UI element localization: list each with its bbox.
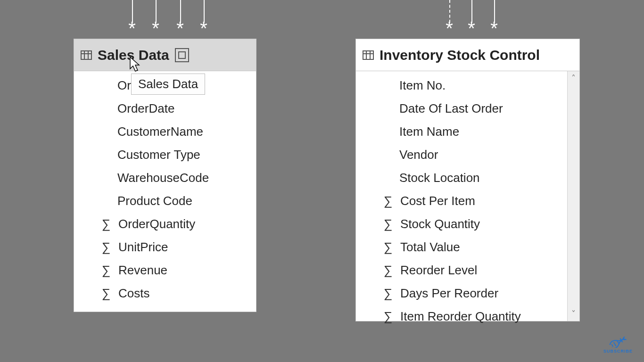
sigma-icon: ∑ bbox=[100, 286, 112, 301]
connector-many-icon: * bbox=[169, 19, 191, 38]
field-label: Stock Location bbox=[399, 171, 480, 185]
field-row[interactable]: ∑Item Reorder Quantity bbox=[356, 305, 567, 328]
field-row[interactable]: Vendor bbox=[356, 143, 567, 166]
table-mode-icon[interactable] bbox=[175, 48, 189, 62]
field-label: OrderQuantity bbox=[118, 217, 195, 231]
field-label: Cost Per Item bbox=[400, 194, 475, 208]
connector-line bbox=[471, 0, 472, 23]
field-row[interactable]: ∑Total Value bbox=[356, 236, 567, 259]
field-label: Vendor bbox=[399, 148, 438, 162]
connector-line bbox=[494, 0, 495, 23]
svg-rect-5 bbox=[363, 51, 373, 59]
field-row[interactable]: ∑OrderQuantity bbox=[74, 213, 256, 236]
sigma-icon: ∑ bbox=[100, 217, 112, 231]
field-label: Or bbox=[117, 78, 131, 93]
field-row[interactable]: Item No. bbox=[356, 74, 567, 97]
field-row[interactable]: WarehouseCode bbox=[74, 166, 256, 189]
table-icon bbox=[363, 49, 374, 61]
field-label: Product Code bbox=[117, 194, 192, 208]
svg-line-10 bbox=[611, 344, 613, 346]
connector-line bbox=[156, 0, 157, 23]
subscribe-label: SUBSCRIBE bbox=[603, 349, 633, 354]
field-label: Item No. bbox=[399, 78, 446, 93]
connector-line bbox=[449, 0, 450, 23]
tooltip: Sales Data bbox=[131, 74, 205, 95]
field-row[interactable]: ∑UnitPrice bbox=[74, 236, 256, 259]
sigma-icon: ∑ bbox=[382, 217, 394, 231]
table-icon bbox=[81, 49, 92, 61]
connector-many-icon: * bbox=[483, 19, 505, 38]
connector-many-icon: * bbox=[438, 19, 461, 38]
field-row[interactable]: ∑Cost Per Item bbox=[356, 189, 567, 213]
connector-many-icon: * bbox=[144, 19, 167, 38]
table-header[interactable]: Inventory Stock Control bbox=[356, 39, 579, 71]
field-row[interactable]: ∑Revenue bbox=[74, 259, 256, 282]
table-field-list: Item No.Date Of Last OrderItem NameVendo… bbox=[356, 71, 579, 331]
svg-line-11 bbox=[614, 342, 616, 346]
connector-line bbox=[204, 0, 205, 23]
field-row[interactable]: ∑Days Per Reorder bbox=[356, 282, 567, 305]
connector-line bbox=[180, 0, 181, 23]
field-row[interactable]: ∑Reorder Level bbox=[356, 259, 567, 282]
tooltip-text: Sales Data bbox=[138, 77, 198, 91]
dna-icon bbox=[609, 337, 627, 348]
field-label: Revenue bbox=[118, 263, 167, 278]
sigma-icon: ∑ bbox=[382, 240, 394, 255]
field-row[interactable]: ∑Costs bbox=[74, 282, 256, 305]
sigma-icon: ∑ bbox=[100, 240, 112, 255]
field-label: Item Reorder Quantity bbox=[400, 309, 521, 324]
svg-rect-4 bbox=[179, 52, 185, 58]
sigma-icon: ∑ bbox=[100, 263, 112, 278]
field-row[interactable]: Customer Type bbox=[74, 143, 256, 166]
field-row[interactable]: Item Name bbox=[356, 120, 567, 143]
field-label: WarehouseCode bbox=[117, 171, 209, 185]
field-label: Item Name bbox=[399, 124, 459, 139]
field-row[interactable]: Product Code bbox=[74, 189, 256, 213]
table-scrollbar[interactable]: ˄ ˅ bbox=[567, 71, 579, 321]
scroll-up-icon[interactable]: ˄ bbox=[571, 71, 576, 85]
svg-rect-0 bbox=[81, 51, 91, 59]
table-header[interactable]: Sales Data bbox=[74, 39, 256, 71]
relationship-connectors: * * * * * * * bbox=[0, 0, 644, 38]
field-label: Costs bbox=[118, 286, 149, 301]
sigma-icon: ∑ bbox=[382, 263, 394, 278]
table-field-list: OrOrderDateCustomerNameCustomer TypeWare… bbox=[74, 71, 256, 308]
field-row[interactable]: OrderDate bbox=[74, 97, 256, 120]
connector-many-icon: * bbox=[460, 19, 483, 38]
field-label: Customer Type bbox=[117, 148, 200, 162]
sigma-icon: ∑ bbox=[382, 194, 394, 208]
field-row[interactable]: CustomerName bbox=[74, 120, 256, 143]
field-label: UnitPrice bbox=[118, 240, 168, 255]
connector-many-icon: * bbox=[192, 19, 215, 38]
connector-line bbox=[132, 0, 133, 23]
field-label: Stock Quantity bbox=[400, 217, 480, 231]
sigma-icon: ∑ bbox=[382, 309, 394, 324]
scroll-down-icon[interactable]: ˅ bbox=[571, 307, 576, 321]
connector-many-icon: * bbox=[121, 19, 143, 38]
field-row[interactable]: Stock Location bbox=[356, 166, 567, 189]
field-label: CustomerName bbox=[117, 124, 203, 139]
field-row[interactable]: Date Of Last Order bbox=[356, 97, 567, 120]
field-label: OrderDate bbox=[117, 101, 174, 116]
field-row[interactable]: ∑Stock Quantity bbox=[356, 213, 567, 236]
table-card-inventory[interactable]: Inventory Stock Control Item No.Date Of … bbox=[355, 39, 580, 321]
field-label: Days Per Reorder bbox=[400, 286, 498, 301]
subscribe-watermark: SUBSCRIBE bbox=[603, 337, 633, 354]
table-title: Sales Data bbox=[98, 47, 169, 63]
table-title: Inventory Stock Control bbox=[380, 47, 540, 63]
field-label: Date Of Last Order bbox=[399, 101, 503, 116]
field-label: Total Value bbox=[400, 240, 460, 255]
sigma-icon: ∑ bbox=[382, 286, 394, 301]
field-label: Reorder Level bbox=[400, 263, 477, 278]
